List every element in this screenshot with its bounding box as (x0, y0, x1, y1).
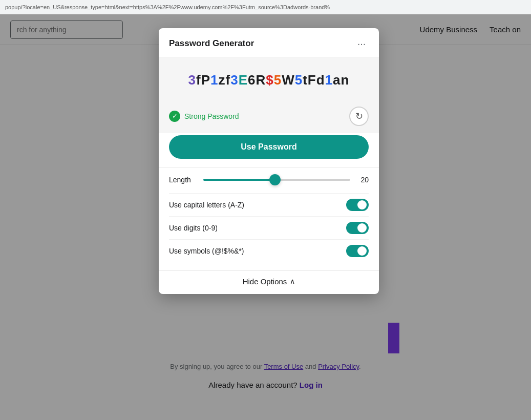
refresh-icon: ↻ (355, 111, 363, 122)
length-label: Length (169, 176, 197, 184)
password-text: 3fP1zf3E6R$5W5tFd1an (171, 72, 367, 89)
symbols-label: Use symbols (@!$%&*) (169, 247, 244, 255)
pw-char-5: f (225, 72, 230, 88)
pw-char-8: 6 (248, 72, 256, 88)
pw-char-9: R (256, 72, 266, 88)
pw-char-11: 5 (274, 72, 282, 88)
strength-label: Strong Password (184, 112, 239, 120)
pw-char-1: f (196, 72, 201, 88)
pw-char-10: $ (266, 72, 273, 88)
use-password-button[interactable]: Use Password (169, 135, 369, 159)
length-row: Length 20 (169, 176, 369, 184)
strength-check-icon: ✓ (169, 111, 180, 122)
url-text: popup/?locale=en_US&response_type=html&n… (5, 4, 330, 10)
pw-char-14: t (303, 72, 308, 88)
url-bar: popup/?locale=en_US&response_type=html&n… (0, 0, 531, 14)
digits-toggle[interactable] (346, 222, 369, 234)
pw-char-4: z (218, 72, 225, 88)
digits-slider (346, 222, 369, 234)
digits-row: Use digits (0-9) (169, 216, 369, 239)
pw-char-2: P (201, 72, 210, 88)
pw-char-12: W (282, 72, 295, 88)
chevron-up-icon: ∧ (290, 277, 295, 285)
password-display-area: 3fP1zf3E6R$5W5tFd1an (159, 57, 379, 99)
symbols-slider (346, 245, 369, 257)
pw-char-3: 1 (210, 72, 218, 88)
pw-char-19: n (341, 72, 350, 88)
password-generator-popup: Password Generator ··· 3fP1zf3E6R$5W5tFd… (159, 28, 379, 294)
password-strength-indicator: ✓ Strong Password (169, 111, 239, 122)
pw-char-15: F (308, 72, 316, 88)
capital-letters-label: Use capital letters (A-Z) (169, 201, 244, 209)
popup-menu-button[interactable]: ··· (354, 36, 369, 51)
capital-letters-row: Use capital letters (A-Z) (169, 193, 369, 216)
capital-letters-slider (346, 199, 369, 211)
pw-char-7: E (239, 72, 248, 88)
pw-char-18: a (333, 72, 341, 88)
password-status-row: ✓ Strong Password ↻ (159, 99, 379, 133)
pw-char-16: d (316, 72, 325, 88)
refresh-password-button[interactable]: ↻ (349, 107, 369, 126)
symbols-toggle[interactable] (346, 245, 369, 257)
length-value: 20 (356, 176, 369, 184)
length-slider[interactable] (203, 179, 350, 181)
hide-options-label: Hide Options (243, 277, 287, 286)
pw-char-0: 3 (188, 72, 196, 88)
popup-title: Password Generator (169, 38, 254, 49)
symbols-row: Use symbols (@!$%&*) (169, 239, 369, 262)
options-section: Length 20 Use capital letters (A-Z) Use … (159, 167, 379, 270)
hide-options-button[interactable]: Hide Options ∧ (159, 270, 379, 294)
pw-char-6: 3 (230, 72, 238, 88)
pw-char-13: 5 (295, 72, 303, 88)
digits-label: Use digits (0-9) (169, 224, 218, 232)
popup-header: Password Generator ··· (159, 28, 379, 57)
capital-letters-toggle[interactable] (346, 199, 369, 211)
pw-char-17: 1 (325, 72, 333, 88)
